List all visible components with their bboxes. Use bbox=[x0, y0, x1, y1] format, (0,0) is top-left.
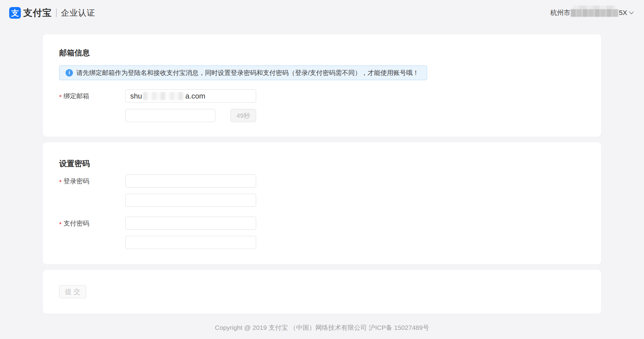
user-account-menu[interactable]: 杭州市 5X bbox=[550, 8, 634, 17]
verification-code-input[interactable] bbox=[125, 109, 215, 122]
email-info-card: 邮箱信息 i 请先绑定邮箱作为登陆名和接收支付宝消息，同时设置登录密码和支付密码… bbox=[43, 34, 601, 137]
pay-password-confirm-row bbox=[59, 236, 585, 249]
login-password-label: * 登录密码 bbox=[59, 177, 125, 185]
login-password-confirm-input[interactable] bbox=[125, 194, 256, 207]
login-password-row: * 登录密码 bbox=[59, 174, 585, 188]
pay-password-input[interactable] bbox=[125, 217, 256, 230]
pay-password-label: * 支付密码 bbox=[59, 219, 125, 228]
bind-email-label: * 绑定邮箱 bbox=[59, 92, 125, 100]
info-alert-text: 请先绑定邮箱作为登陆名和接收支付宝消息，同时设置登录密码和支付密码（登录/支付密… bbox=[76, 69, 419, 77]
brand-divider bbox=[56, 9, 57, 17]
submit-card: 提 交 bbox=[43, 270, 601, 314]
main-content: 邮箱信息 i 请先绑定邮箱作为登陆名和接收支付宝消息，同时设置登录密码和支付密码… bbox=[43, 34, 601, 332]
password-card-title: 设置密码 bbox=[59, 159, 585, 168]
brand: 支 支付宝 企业认证 bbox=[9, 7, 95, 19]
pay-password-confirm-input[interactable] bbox=[125, 236, 256, 249]
required-mark: * bbox=[59, 219, 62, 227]
redacted-user-name bbox=[571, 9, 619, 17]
bind-email-row: * 绑定邮箱 shu a.com bbox=[59, 89, 585, 102]
email-visible-start: shu bbox=[130, 92, 142, 100]
chevron-down-icon bbox=[629, 11, 634, 15]
set-password-card: 设置密码 * 登录密码 * 支付密码 bbox=[43, 142, 601, 264]
login-password-confirm-row bbox=[59, 194, 585, 207]
header: 支 支付宝 企业认证 杭州市 5X bbox=[0, 0, 644, 26]
verification-code-row: 49秒 bbox=[59, 109, 585, 122]
submit-button[interactable]: 提 交 bbox=[59, 285, 86, 298]
footer-copyright: Copyright @ 2019 支付宝 （中国）网络技术有限公司 沪ICP备 … bbox=[43, 323, 601, 332]
user-location-prefix: 杭州市 bbox=[550, 8, 570, 17]
brand-name: 支付宝 bbox=[23, 7, 52, 19]
svg-text:支: 支 bbox=[11, 9, 19, 17]
required-mark: * bbox=[59, 92, 62, 100]
redacted-email-middle bbox=[143, 92, 185, 100]
resend-countdown-button[interactable]: 49秒 bbox=[230, 109, 256, 122]
alipay-logo-icon: 支 bbox=[9, 7, 21, 19]
required-mark: * bbox=[59, 177, 62, 185]
bound-email-input[interactable]: shu a.com bbox=[125, 89, 256, 102]
login-password-input[interactable] bbox=[125, 174, 256, 188]
email-card-title: 邮箱信息 bbox=[59, 48, 585, 57]
info-icon: i bbox=[66, 69, 73, 76]
page-section-title: 企业认证 bbox=[61, 7, 95, 18]
email-visible-end: a.com bbox=[185, 92, 205, 100]
user-name-suffix: 5X bbox=[619, 9, 627, 17]
pay-password-row: * 支付密码 bbox=[59, 217, 585, 230]
info-alert: i 请先绑定邮箱作为登陆名和接收支付宝消息，同时设置登录密码和支付密码（登录/支… bbox=[59, 65, 427, 80]
